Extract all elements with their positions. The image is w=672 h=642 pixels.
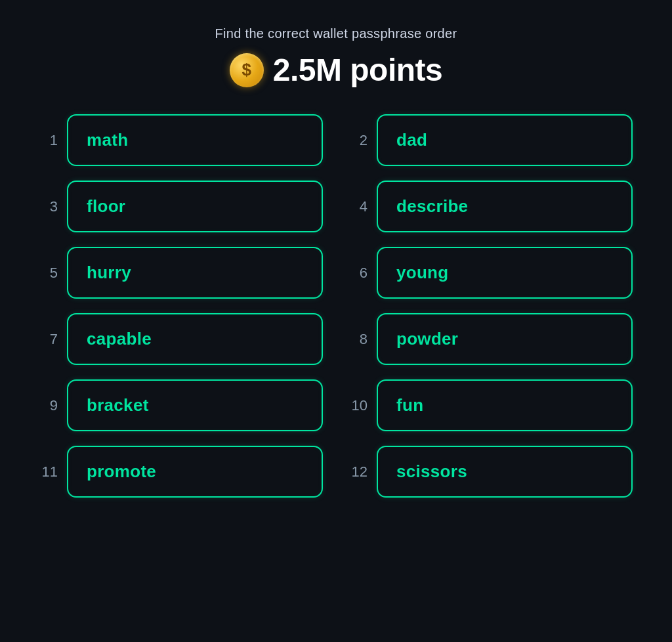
word-box[interactable]: fun	[377, 379, 633, 431]
word-number: 10	[349, 397, 368, 414]
word-item[interactable]: 3floor	[39, 181, 323, 232]
word-number: 2	[349, 132, 368, 149]
word-box[interactable]: capable	[67, 313, 323, 365]
word-item[interactable]: 6young	[349, 247, 633, 299]
word-number: 9	[39, 397, 58, 414]
word-number: 1	[39, 132, 58, 149]
word-box[interactable]: scissors	[377, 446, 633, 498]
word-item[interactable]: 10fun	[349, 379, 633, 431]
header: Find the correct wallet passphrase order…	[215, 26, 457, 88]
word-number: 8	[349, 331, 368, 348]
word-number: 4	[349, 198, 368, 215]
points-display: 2.5M points	[273, 52, 443, 88]
word-box[interactable]: describe	[377, 181, 633, 232]
word-number: 3	[39, 198, 58, 215]
word-item[interactable]: 11promote	[39, 446, 323, 498]
word-item[interactable]: 12scissors	[349, 446, 633, 498]
word-box[interactable]: hurry	[67, 247, 323, 299]
points-row: $ 2.5M points	[215, 52, 457, 88]
word-box[interactable]: bracket	[67, 379, 323, 431]
word-number: 11	[39, 463, 58, 481]
word-number: 5	[39, 265, 58, 282]
word-number: 7	[39, 331, 58, 348]
word-item[interactable]: 7capable	[39, 313, 323, 365]
word-box[interactable]: floor	[67, 181, 323, 232]
coin-icon: $	[230, 53, 264, 87]
word-grid: 1math2dad3floor4describe5hurry6young7cap…	[39, 114, 633, 498]
word-box[interactable]: promote	[67, 446, 323, 498]
word-item[interactable]: 4describe	[349, 181, 633, 232]
word-item[interactable]: 2dad	[349, 114, 633, 166]
subtitle: Find the correct wallet passphrase order	[215, 26, 457, 41]
word-number: 6	[349, 265, 368, 282]
word-box[interactable]: young	[377, 247, 633, 299]
word-box[interactable]: dad	[377, 114, 633, 166]
word-item[interactable]: 8powder	[349, 313, 633, 365]
word-item[interactable]: 9bracket	[39, 379, 323, 431]
word-item[interactable]: 5hurry	[39, 247, 323, 299]
word-item[interactable]: 1math	[39, 114, 323, 166]
word-box[interactable]: powder	[377, 313, 633, 365]
word-number: 12	[349, 463, 368, 481]
word-box[interactable]: math	[67, 114, 323, 166]
